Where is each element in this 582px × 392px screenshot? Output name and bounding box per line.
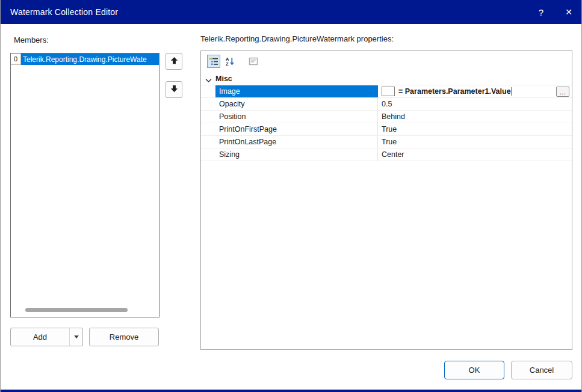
property-grid-toolbar: A Z (207, 55, 260, 68)
list-item[interactable]: 0 Telerik.Reporting.Drawing.PictureWate (11, 54, 159, 65)
window-title: Watermark Collection Editor (1, 7, 118, 17)
image-thumbnail (382, 87, 395, 96)
property-grid-panel: A Z Misc (200, 51, 572, 350)
members-label: Members: (14, 35, 49, 44)
property-value-editor[interactable]: = Parameters.Parameter1.Value (378, 85, 572, 97)
move-down-button[interactable] (166, 81, 182, 98)
svg-text:Z: Z (226, 61, 229, 66)
property-value[interactable]: True (378, 136, 572, 148)
down-arrow-icon (170, 84, 179, 95)
property-grid: Misc Image = Parameters.Parameter1.Value… (201, 73, 572, 161)
property-name[interactable]: Sizing (215, 149, 378, 161)
browse-ellipsis-button[interactable]: … (556, 87, 569, 97)
window-controls: ? ✕ (527, 0, 582, 24)
property-row-printonfirstpage[interactable]: PrintOnFirstPage True (201, 123, 572, 136)
text-cursor (512, 87, 512, 96)
property-row-sizing[interactable]: Sizing Center (201, 149, 572, 161)
watermark-collection-editor-dialog: Watermark Collection Editor ? ✕ Members:… (0, 0, 582, 392)
dropdown-caret-icon (74, 335, 79, 338)
up-arrow-icon (170, 56, 179, 67)
titlebar[interactable]: Watermark Collection Editor ? ✕ (1, 0, 582, 24)
property-row-image[interactable]: Image = Parameters.Parameter1.Value … (201, 85, 572, 98)
property-row-opacity[interactable]: Opacity 0.5 (201, 98, 572, 111)
move-up-button[interactable] (166, 53, 182, 70)
property-name[interactable]: Image (215, 85, 378, 97)
property-name[interactable]: Position (215, 111, 378, 123)
add-dropdown[interactable] (69, 328, 82, 346)
member-index[interactable]: 0 (11, 54, 21, 65)
property-row-printonlastpage[interactable]: PrintOnLastPage True (201, 136, 572, 149)
category-chevron-icon[interactable] (205, 76, 212, 85)
property-value[interactable]: Behind (378, 111, 572, 123)
property-value[interactable]: Center (378, 149, 572, 161)
add-button[interactable]: Add (10, 328, 83, 346)
category-row-misc[interactable]: Misc (201, 73, 572, 85)
properties-header: Telerik.Reporting.Drawing.PictureWaterma… (200, 34, 394, 43)
property-pages-icon (247, 55, 260, 68)
property-name[interactable]: PrintOnFirstPage (215, 123, 378, 135)
property-value[interactable]: True (378, 123, 572, 135)
property-name[interactable]: Opacity (215, 98, 378, 110)
categorized-icon[interactable] (207, 55, 220, 68)
add-button-label: Add (11, 332, 69, 341)
help-button[interactable]: ? (527, 0, 555, 24)
members-list[interactable]: 0 Telerik.Reporting.Drawing.PictureWate (10, 53, 159, 317)
property-value[interactable]: 0.5 (378, 98, 572, 110)
horizontal-scrollbar-thumb[interactable] (25, 308, 128, 312)
property-row-position[interactable]: Position Behind (201, 111, 572, 123)
property-name[interactable]: PrintOnLastPage (215, 136, 378, 148)
member-text[interactable]: Telerik.Reporting.Drawing.PictureWate (21, 54, 159, 65)
alphabetical-icon[interactable]: A Z (223, 55, 237, 68)
remove-button[interactable]: Remove (89, 328, 159, 346)
image-expression-value[interactable]: = Parameters.Parameter1.Value (398, 87, 511, 96)
close-button[interactable]: ✕ (555, 0, 582, 24)
dialog-bottom-border (1, 390, 582, 392)
category-name: Misc (215, 75, 232, 83)
ok-button[interactable]: OK (444, 361, 504, 379)
cancel-button[interactable]: Cancel (511, 361, 572, 379)
